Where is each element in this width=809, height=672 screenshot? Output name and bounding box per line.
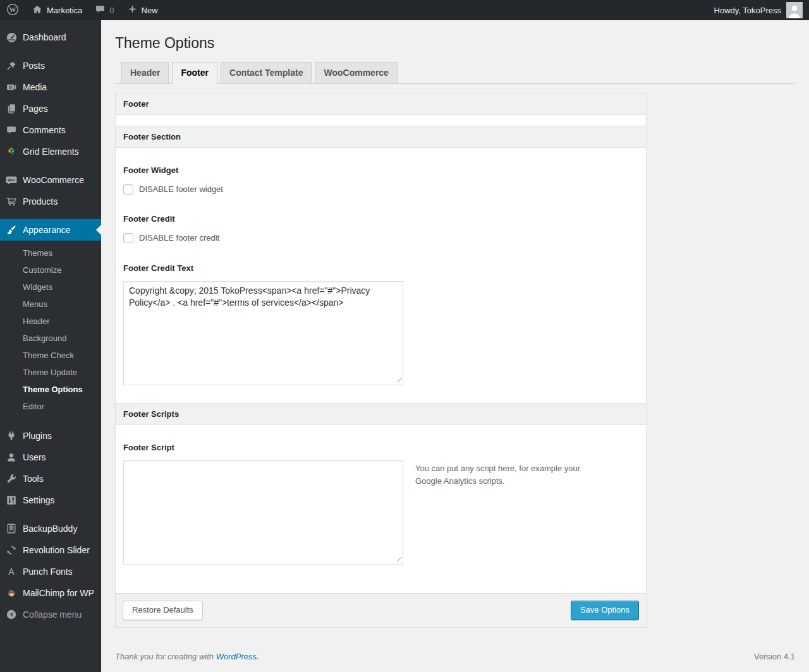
submenu-item-header[interactable]: Header [0, 313, 101, 330]
footer-widget-label: Footer Widget [123, 165, 638, 175]
tab-contact-template[interactable]: Contact Template [221, 62, 312, 83]
avatar [786, 2, 803, 18]
submenu-item-widgets[interactable]: Widgets [0, 279, 101, 296]
site-name-menu[interactable]: Marketica [25, 0, 88, 20]
wrench-icon [5, 472, 18, 485]
plug-icon [5, 429, 18, 442]
footer-widget-checkbox-label: DISABLE footer widget [139, 184, 223, 194]
collapse-arrow-icon [5, 608, 18, 621]
collapse-menu-button[interactable]: Collapse menu [0, 604, 101, 625]
letter-a-icon: A [5, 565, 18, 578]
sidebar-item-grid-elements[interactable]: Grid Elements [0, 141, 101, 162]
page-title: Theme Options [115, 34, 795, 52]
sidebar-item-products[interactable]: Products [0, 191, 101, 212]
sidebar-item-label: Punch Fonts [23, 567, 73, 577]
sidebar-item-label: BackupBuddy [23, 524, 77, 534]
user-icon [5, 451, 18, 464]
footer-script-help: You can put any script here, for example… [415, 462, 605, 488]
pages-icon [5, 102, 18, 115]
tab-woocommerce[interactable]: WooCommerce [315, 62, 397, 83]
sidebar-item-label: Dashboard [23, 32, 66, 42]
footer-credit-text-input[interactable]: Copyright &copy; 2015 TokoPress<span><a … [123, 281, 403, 385]
menu-separator [0, 48, 101, 55]
wp-logo-menu[interactable]: W [0, 0, 25, 20]
media-camera-icon [5, 81, 18, 93]
sidebar-item-mailchimp[interactable]: MailChimp for WP [0, 582, 101, 604]
submenu-item-menus[interactable]: Menus [0, 296, 101, 313]
svg-text:W: W [9, 6, 16, 13]
account-menu[interactable]: Howdy, TokoPress [714, 0, 809, 20]
sidebar-item-tools[interactable]: Tools [0, 468, 101, 489]
submenu-item-customize[interactable]: Customize [0, 261, 101, 279]
restore-defaults-button[interactable]: Restore Defaults [123, 601, 203, 620]
sidebar-item-label: WooCommerce [23, 175, 84, 185]
save-options-button[interactable]: Save Options [571, 601, 639, 620]
main-content: Theme Options Header Footer Contact Temp… [101, 20, 809, 672]
new-content-menu[interactable]: New [121, 0, 164, 20]
wordpress-link[interactable]: WordPress. [216, 652, 259, 661]
footer-credit-text-label: Footer Credit Text [123, 263, 638, 273]
submenu-item-themes[interactable]: Themes [0, 244, 101, 261]
home-icon [32, 4, 43, 17]
footer-credit-checkbox-row[interactable]: DISABLE footer credit [123, 233, 638, 243]
sliders-icon [5, 494, 18, 507]
howdy-text: Howdy, TokoPress [714, 6, 781, 15]
sidebar-item-label: Appearance [23, 225, 71, 235]
submenu-item-theme-check[interactable]: Theme Check [0, 347, 101, 364]
refresh-cycle-icon [5, 544, 18, 556]
sidebar-item-backupbuddy[interactable]: BackupBuddy [0, 518, 101, 539]
sidebar-item-pages[interactable]: Pages [0, 98, 101, 119]
submenu-item-theme-options[interactable]: Theme Options [0, 381, 101, 398]
comment-count: 0 [109, 6, 114, 15]
sidebar-item-label: Tools [23, 474, 44, 484]
footer-widget-checkbox-row[interactable]: DISABLE footer widget [123, 184, 638, 195]
submenu-item-theme-update[interactable]: Theme Update [0, 364, 101, 381]
sidebar-item-posts[interactable]: Posts [0, 55, 101, 76]
tab-footer[interactable]: Footer [172, 62, 217, 84]
footer-thanks-text: Thank you for creating with [115, 652, 216, 661]
sidebar-item-dashboard[interactable]: Dashboard [0, 27, 101, 48]
sidebar-item-label: Settings [23, 495, 55, 505]
panel-footer: Restore Defaults Save Options [116, 593, 646, 627]
sidebar-item-users[interactable]: Users [0, 447, 101, 468]
footer-script-label: Footer Script [123, 443, 638, 452]
comments-shortcut[interactable]: 0 [88, 0, 120, 20]
sidebar-item-plugins[interactable]: Plugins [0, 425, 101, 447]
admin-bar: W Marketica 0 New Howdy, TokoPress [0, 0, 809, 20]
tab-header[interactable]: Header [121, 62, 169, 83]
footer-credit-checkbox[interactable] [123, 233, 133, 243]
submenu-item-background[interactable]: Background [0, 330, 101, 347]
section-header-footer-section: Footer Section [116, 126, 646, 148]
footer-credit-checkbox-label: DISABLE footer credit [139, 233, 219, 243]
submenu-item-editor[interactable]: Editor [0, 398, 101, 415]
plus-icon [127, 4, 138, 16]
panel-spacer [116, 115, 646, 126]
version-text: Version 4.1 [754, 652, 795, 661]
sidebar-item-label: Comments [23, 125, 66, 135]
site-name: Marketica [47, 6, 82, 15]
sidebar-item-comments[interactable]: Comments [0, 119, 101, 141]
sidebar-item-appearance[interactable]: Appearance [0, 219, 101, 241]
sidebar-item-label: Products [23, 196, 58, 207]
section-header-footer-scripts: Footer Scripts [116, 403, 646, 425]
sidebar-item-revolution-slider[interactable]: Revolution Slider [0, 539, 101, 561]
footer-script-input[interactable] [123, 460, 403, 565]
sidebar-item-label: Revolution Slider [23, 545, 90, 555]
group-header-footer: Footer [116, 93, 646, 115]
wordpress-logo-icon: W [6, 3, 19, 18]
sidebar-item-label: Media [23, 82, 47, 92]
sidebar-item-settings[interactable]: Settings [0, 489, 101, 511]
footer-widget-checkbox[interactable] [123, 184, 133, 195]
menu-separator [0, 162, 101, 169]
sidebar-item-punch-fonts[interactable]: A Punch Fonts [0, 561, 101, 582]
backup-drive-icon [5, 522, 18, 535]
brush-icon [5, 224, 18, 236]
sidebar-item-woocommerce[interactable]: Woo WooCommerce [0, 169, 101, 191]
theme-options-panel: Footer Footer Section Footer Widget DISA… [115, 93, 647, 628]
grid-elements-icon [5, 145, 18, 158]
sidebar-item-label: Users [23, 452, 46, 462]
sidebar-item-media[interactable]: Media [0, 76, 101, 98]
admin-sidebar: Dashboard Posts Media Pages Comments [0, 20, 101, 672]
mailchimp-monkey-icon [5, 587, 18, 599]
woocommerce-badge-icon: Woo [5, 174, 18, 186]
